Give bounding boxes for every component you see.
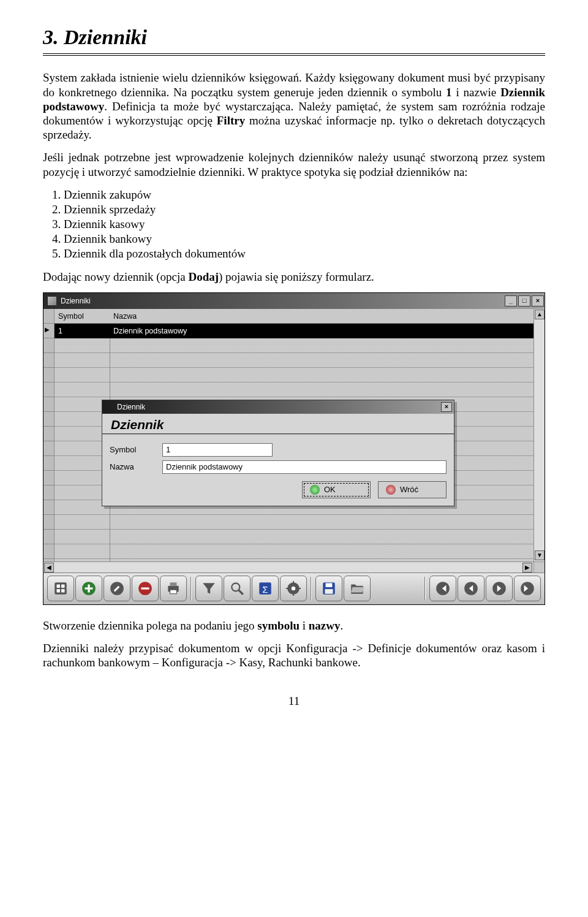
- nav-prev-button[interactable]: [458, 576, 484, 601]
- toolbar-divider: [424, 577, 426, 600]
- toolbar-divider: [311, 577, 312, 600]
- label-nazwa: Nazwa: [110, 462, 162, 471]
- svg-line-15: [238, 590, 243, 595]
- svg-rect-4: [61, 589, 64, 592]
- text: Stworzenie dziennika polega na podaniu j…: [43, 619, 257, 632]
- svg-rect-10: [141, 588, 149, 590]
- svg-rect-7: [85, 588, 93, 590]
- check-icon: [310, 485, 320, 495]
- symbol-1: 1: [446, 86, 452, 99]
- column-header-nazwa[interactable]: Nazwa: [110, 309, 533, 324]
- svg-rect-0: [55, 582, 67, 595]
- maximize-button[interactable]: □: [518, 295, 530, 306]
- window-title: Dzienniki: [61, 297, 91, 305]
- sum-button[interactable]: Σ: [252, 576, 279, 601]
- svg-text:Σ: Σ: [262, 584, 268, 595]
- text: .: [341, 619, 344, 632]
- add-button[interactable]: [75, 576, 102, 601]
- scroll-up-icon[interactable]: ▲: [535, 310, 545, 319]
- cell-nazwa[interactable]: Dziennik podstawowy: [110, 324, 533, 338]
- nav-first-button[interactable]: [429, 576, 456, 601]
- print-button[interactable]: [160, 576, 187, 601]
- svg-rect-13: [170, 590, 177, 594]
- word-dodaj: Dodaj: [188, 270, 219, 283]
- search-button[interactable]: [224, 576, 251, 601]
- column-header-symbol[interactable]: Symbol: [55, 309, 110, 324]
- page-number: 11: [43, 694, 545, 708]
- horizontal-scrollbar[interactable]: ◀ ▶: [43, 561, 533, 573]
- dialog-header-label: Dziennik: [102, 414, 454, 435]
- text: ) pojawia się poniższy formularz.: [219, 270, 374, 283]
- journal-types-list: Dziennik zakupów Dziennik sprzedaży Dzie…: [64, 188, 545, 261]
- list-item: Dziennik kasowy: [64, 217, 545, 231]
- row-gutter: [43, 309, 55, 573]
- scroll-left-icon[interactable]: ◀: [44, 563, 54, 573]
- intro-paragraph: System zakłada istnienie wielu dziennikó…: [43, 70, 545, 142]
- text: i nazwie: [452, 86, 501, 99]
- back-label: Wróć: [400, 485, 418, 494]
- intro-paragraph-2: Jeśli jednak potrzebne jest wprowadzenie…: [43, 150, 545, 178]
- heading-rule: [43, 53, 545, 56]
- list-item: Dziennik sprzedaży: [64, 202, 545, 216]
- edit-button[interactable]: [104, 576, 130, 601]
- filter-button[interactable]: [195, 576, 222, 601]
- dialog-title: Dziennik: [117, 403, 145, 411]
- tools-button[interactable]: [47, 576, 74, 601]
- nav-next-button[interactable]: [486, 576, 513, 601]
- vertical-scrollbar[interactable]: ▲ ▼: [533, 309, 545, 561]
- scroll-right-icon[interactable]: ▶: [522, 563, 532, 573]
- add-paragraph: Dodając nowy dziennik (opcja Dodaj) poja…: [43, 270, 545, 284]
- app-icon: [47, 296, 57, 306]
- toolbar-divider: [190, 577, 192, 600]
- open-button[interactable]: [344, 576, 371, 601]
- svg-rect-1: [57, 585, 60, 588]
- delete-button[interactable]: [132, 576, 159, 601]
- scroll-grip: [533, 561, 545, 573]
- dialog-close-button[interactable]: ×: [441, 402, 452, 412]
- creation-paragraph: Stworzenie dziennika polega na podaniu j…: [43, 618, 545, 633]
- label-symbol: Symbol: [110, 445, 162, 454]
- word-filtry: Filtry: [217, 114, 245, 127]
- ok-label: OK: [324, 485, 336, 494]
- svg-point-19: [292, 587, 296, 591]
- close-button[interactable]: ×: [532, 295, 544, 306]
- dialog-icon: [105, 403, 114, 411]
- word-nazwy: nazwy: [309, 619, 341, 632]
- svg-rect-25: [326, 584, 333, 588]
- text: i: [300, 619, 309, 632]
- heading: 3. Dzienniki: [43, 25, 545, 50]
- list-item: Dziennik bankowy: [64, 232, 545, 246]
- settings-button[interactable]: [280, 576, 307, 601]
- word-symbolu: symbolu: [257, 619, 300, 632]
- toolbar: Σ: [43, 573, 545, 604]
- input-nazwa[interactable]: [162, 460, 447, 474]
- svg-rect-3: [57, 589, 60, 592]
- cell-symbol[interactable]: 1: [55, 324, 110, 338]
- nav-last-button[interactable]: [514, 576, 541, 601]
- screenshot: Dzienniki _ □ × Symbol Nazwa 1 Dziennik …: [43, 292, 545, 605]
- back-button[interactable]: Wróć: [378, 481, 447, 498]
- minimize-button[interactable]: _: [505, 295, 517, 306]
- ok-button[interactable]: OK: [302, 481, 371, 498]
- window-titlebar[interactable]: Dzienniki _ □ ×: [43, 293, 545, 309]
- text: Dodając nowy dziennik (opcja: [43, 270, 188, 283]
- current-row-indicator: [43, 324, 55, 338]
- cancel-icon: [386, 485, 396, 495]
- save-button[interactable]: [315, 576, 342, 601]
- list-item: Dziennik dla pozostałych dokumentów: [64, 246, 545, 261]
- svg-rect-26: [325, 589, 333, 594]
- edit-dialog[interactable]: Dziennik × Dziennik Symbol Nazwa OK: [102, 400, 454, 506]
- input-symbol[interactable]: [162, 443, 273, 457]
- list-item: Dziennik zakupów: [64, 188, 545, 202]
- scroll-down-icon[interactable]: ▼: [535, 550, 545, 560]
- dialog-titlebar[interactable]: Dziennik ×: [102, 400, 454, 414]
- data-grid[interactable]: Symbol Nazwa 1 Dziennik podstawowy ▲ ▼ ◀…: [43, 309, 545, 573]
- svg-rect-2: [61, 585, 64, 588]
- svg-rect-12: [170, 582, 177, 585]
- assign-paragraph: Dzienniki należy przypisać dokumentom w …: [43, 641, 545, 669]
